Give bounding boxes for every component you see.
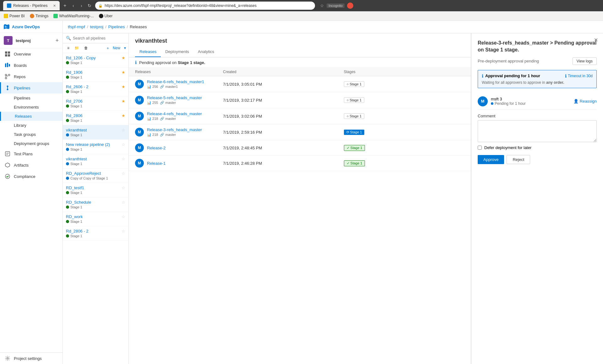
bookmark-btn[interactable]: ☆ [320,3,324,8]
new-tab-btn[interactable]: + [63,3,66,8]
tab-analytics[interactable]: Analytics [193,47,219,57]
svg-rect-4 [5,63,6,67]
star-icon[interactable]: ★ [122,56,125,60]
pipeline-item[interactable]: RD_work ☆ ✓ Stage 1 [63,212,128,226]
nav-item-compliance[interactable]: Compliance [0,171,62,182]
release-detail: vikranthtest Releases Deployments Analyt… [129,33,471,364]
reload-btn[interactable]: ↻ [86,3,93,8]
add-project-btn[interactable]: + [55,37,59,44]
nav-sub-taskgroups[interactable]: Task groups [0,130,62,139]
nav-item-testplans[interactable]: Test Plans [0,148,62,159]
bookmark-whatwasrunning-label: WhatWasRunning-... [59,14,94,18]
nav-item-overview[interactable]: Overview [0,48,62,60]
close-panel-btn[interactable]: ✕ [594,37,598,43]
reject-btn[interactable]: Reject [507,155,530,164]
pipeline-item[interactable]: Rd_2806 - 2 ☆ ✓ Stage 1 [63,226,128,241]
breadcrumb-pipelines[interactable]: Pipelines [108,24,125,29]
nav-item-artifacts[interactable]: Artifacts [0,159,62,171]
release-link[interactable]: Release-1 [147,161,166,166]
release-link[interactable]: Release-2 [147,146,166,150]
star-icon[interactable]: ★ [122,113,125,118]
browser-tab[interactable]: Releases - Pipelines ✕ [3,1,60,10]
list-view-btn[interactable]: ≡ [65,45,71,51]
search-icon: 🔍 [66,36,71,40]
star-icon[interactable]: ☆ [122,185,125,190]
star-icon[interactable]: ★ [122,99,125,104]
address-bar[interactable]: 🔒 https://dev.azure.com/tfspf-rmpf/testp… [95,2,315,10]
bookmark-whatwasrunning[interactable]: WhatWasRunning-... [53,14,94,18]
nav-item-boards[interactable]: Boards [0,60,62,71]
nav-sub-environments[interactable]: Environments [0,103,62,112]
stage-badge[interactable]: ✓ Stage 1 [344,160,365,166]
pipeline-item[interactable]: vikranthtest ☆ ✓ Stage 1 [63,154,128,169]
pipeline-item[interactable]: New release pipeline (2) ☆ ✓ Stage 1 [63,140,128,154]
release-link[interactable]: Release-4-refs_heads_master [147,111,202,116]
comment-textarea[interactable] [478,120,597,142]
approve-btn[interactable]: Approve [478,155,504,164]
defer-checkbox[interactable] [478,146,482,150]
tab-deployments[interactable]: Deployments [161,47,193,57]
forward-btn[interactable]: › [78,3,84,8]
release-stage: ○ Stage 1 [344,97,465,103]
nav-sub-pipelines[interactable]: Pipelines [0,94,62,103]
pipeline-item-name: vikranthtest ☆ [66,157,125,161]
star-icon[interactable]: ☆ [122,200,125,205]
pipeline-item-stage: ✓ Stage 1 [66,162,125,166]
folder-view-btn[interactable]: 📁 [73,45,81,51]
nav-item-pipelines[interactable]: Pipelines [0,82,62,94]
pipeline-item[interactable]: RD_testf1 ☆ ✓ Stage 1 [63,183,128,197]
tab-close-btn[interactable]: ✕ [53,4,56,8]
release-name-cell: M Release-5-refs_heads_master 📊 255 🔗 ma… [135,95,223,105]
star-icon[interactable]: ☆ [122,128,125,132]
pipeline-item[interactable]: Rd_2606 - 2 ★ ✓ Stage 1 [63,82,128,96]
tab-releases[interactable]: Releases [135,47,161,57]
pipeline-item[interactable]: RD_ApproveReject ☆ ✓ Copy of Copy of Sta… [63,169,128,183]
bookmark-powerbi[interactable]: Power BI [4,14,25,18]
star-icon[interactable]: ★ [122,84,125,89]
view-logs-btn[interactable]: View logs [573,57,597,65]
reassign-btn[interactable]: 👤 Reassign [573,99,597,104]
release-link[interactable]: Release-5-refs_heads_master [147,95,202,100]
star-icon[interactable]: ☆ [122,229,125,233]
release-created: 7/1/2019, 2:46:28 PM [223,161,344,166]
nav-item-project-settings[interactable]: Project settings [0,353,62,364]
stage-badge[interactable]: ○ Stage 1 [344,113,365,119]
star-icon[interactable]: ★ [122,70,125,75]
search-input[interactable] [73,36,125,40]
nav-sub-deploymentgroups[interactable]: Deployment groups [0,139,62,148]
delete-btn[interactable]: 🗑 [82,45,90,51]
breadcrumb-org[interactable]: tfspf-rmpf [68,24,85,29]
user-avatar[interactable] [347,3,353,9]
release-link[interactable]: Release-3-refs_heads_master [147,127,202,132]
pipeline-item[interactable]: Rd_2806 ★ ✓ Stage 1 [63,111,128,125]
new-dropdown-arrow[interactable]: ▾ [124,46,126,50]
pipeline-item[interactable]: RD_Schedule ☆ ✓ Stage 1 [63,197,128,212]
pipeline-item[interactable]: vikranthtest ☆ ✓ Stage 1 [63,125,128,140]
back-btn[interactable]: ‹ [70,3,76,8]
url-text: https://dev.azure.com/tfspf-rmpf/testpro… [105,3,257,8]
stage-badge[interactable]: ⟳ Stage 1 [344,130,365,135]
breadcrumb-project[interactable]: testproj [90,24,104,29]
table-row: M Release-2 7/1/2019, 2:48:45 PM ✓ Stage… [129,140,471,156]
stage-dot: ✓ [66,162,69,165]
stage-dot: ✓ [66,148,69,151]
release-link[interactable]: Release-6-refs_heads_master1 [147,79,204,84]
stage-badge[interactable]: ✓ Stage 1 [344,145,365,151]
pipeline-item[interactable]: Rd_1206 - Copy ★ ✓ Stage 1 [63,53,128,67]
nav-sub-library[interactable]: Library [0,121,62,130]
new-pipeline-btn[interactable]: New [110,45,123,51]
pipeline-item[interactable]: Rd_1906 ★ ✓ Stage 1 [63,67,128,82]
bookmark-timings[interactable]: Timings [30,14,49,18]
star-icon[interactable]: ☆ [122,157,125,161]
bookmark-uber[interactable]: Uber [99,14,113,18]
star-icon[interactable]: ☆ [122,214,125,219]
nav-sub-releases[interactable]: Releases [0,112,62,121]
release-name-cell: M Release-3-refs_heads_master 📊 218 🔗 ma… [135,127,223,137]
nav-item-repos[interactable]: Repos [0,71,62,82]
pipeline-item[interactable]: Rd_2706 ★ ✓ Stage 1 [63,96,128,111]
azure-devops-logo: Azure DevOps [0,21,62,33]
stage-badge[interactable]: ○ Stage 1 [344,97,365,103]
star-icon[interactable]: ☆ [122,142,125,147]
stage-badge[interactable]: ○ Stage 1 [344,81,365,87]
star-icon[interactable]: ☆ [122,171,125,176]
